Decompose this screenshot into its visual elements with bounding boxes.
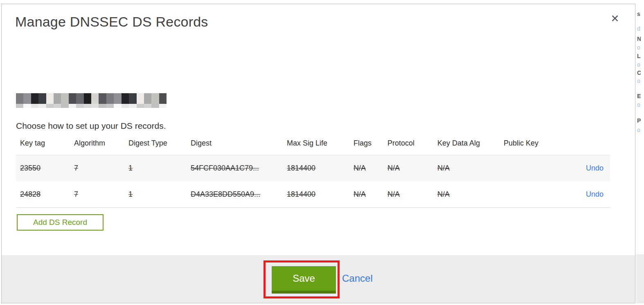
cell-key-tag: 23550 xyxy=(16,155,70,182)
redacted-pixel-block xyxy=(114,93,121,104)
cell-protocol: N/A xyxy=(383,155,433,182)
cell-flags: N/A xyxy=(349,182,383,208)
cell-digest: 54FCF030AA1C79... xyxy=(187,155,283,182)
redacted-pixel-block xyxy=(23,93,31,104)
cell-algorithm: 7 xyxy=(70,182,124,208)
col-header-max-sig-life: Max Sig Life xyxy=(283,139,349,155)
cell-max-sig-life: 1814400 xyxy=(283,182,349,208)
redacted-pixel-block xyxy=(144,104,151,108)
cell-algorithm: 7 xyxy=(70,155,124,182)
ds-records-table: Key tag Algorithm Digest Type Digest Max… xyxy=(16,139,610,208)
cell-digest-type: 1 xyxy=(124,155,187,182)
cell-flags: N/A xyxy=(349,155,383,182)
background-label-fragment: E xyxy=(637,93,641,99)
redacted-pixel-block xyxy=(122,104,129,108)
cell-public-key xyxy=(500,155,561,182)
redacted-pixel-block xyxy=(122,93,129,104)
col-header-public-key: Public Key xyxy=(500,139,561,155)
redacted-pixel-block xyxy=(91,93,99,104)
redacted-pixel-block xyxy=(106,93,114,104)
redacted-pixel-block xyxy=(23,104,31,108)
redacted-pixel-block xyxy=(61,93,68,104)
background-label-fragment: P xyxy=(637,117,641,124)
cell-key-data-alg: N/A xyxy=(433,155,500,182)
redacted-pixel-block xyxy=(16,93,23,104)
redacted-pixel-block xyxy=(46,104,54,108)
redacted-pixel-block xyxy=(114,104,121,108)
redacted-pixel-block xyxy=(137,104,144,108)
redacted-pixel-block xyxy=(69,104,76,108)
save-button[interactable]: Save xyxy=(272,266,336,294)
col-header-protocol: Protocol xyxy=(383,139,433,155)
redacted-pixel-block xyxy=(159,93,167,104)
close-icon[interactable]: ✕ xyxy=(608,11,622,25)
setup-instruction-text: Choose how to set up your DS records. xyxy=(16,121,166,131)
undo-link[interactable]: Undo xyxy=(586,190,603,198)
col-header-digest-type: Digest Type xyxy=(124,139,187,155)
col-header-digest: Digest xyxy=(187,139,283,155)
redacted-pixel-block xyxy=(69,93,76,104)
redacted-pixel-block xyxy=(129,93,136,104)
redacted-pixel-block xyxy=(106,104,114,108)
col-header-algorithm: Algorithm xyxy=(70,139,124,155)
background-label-fragment: C xyxy=(637,70,641,76)
redacted-pixel-block xyxy=(54,93,61,104)
redacted-pixel-block xyxy=(151,93,159,104)
background-page-sliver: sdNoLoCoEoPo xyxy=(636,0,644,305)
redacted-pixel-block xyxy=(76,104,83,108)
background-link-fragment: o xyxy=(637,61,641,68)
table-row: 24828 7 1 D4A33E8DD550A9... 1814400 N/A … xyxy=(16,182,610,208)
table-row: 23550 7 1 54FCF030AA1C79... 1814400 N/A … xyxy=(16,155,610,182)
redacted-pixel-block xyxy=(84,93,91,104)
redacted-pixel-block xyxy=(99,93,106,104)
col-header-key-data-alg: Key Data Alg xyxy=(433,139,500,155)
redacted-pixel-block xyxy=(76,93,83,104)
dnssec-ds-records-dialog: Manage DNSSEC DS Records ✕ Choose how to… xyxy=(1,4,635,303)
redacted-pixel-block xyxy=(31,104,38,108)
undo-link[interactable]: Undo xyxy=(586,164,603,172)
background-label-fragment: N xyxy=(637,36,641,42)
redacted-pixel-block xyxy=(91,104,99,108)
background-label-fragment: L xyxy=(637,53,641,59)
cell-max-sig-life: 1814400 xyxy=(283,155,349,182)
cell-digest-type: 1 xyxy=(124,182,187,208)
redacted-pixel-block xyxy=(61,104,68,108)
cell-key-tag: 24828 xyxy=(16,182,70,208)
redacted-pixel-block xyxy=(46,93,54,104)
redacted-pixel-block xyxy=(16,104,23,108)
redacted-pixel-block xyxy=(54,104,61,108)
page-title: Manage DNSSEC DS Records xyxy=(15,14,208,30)
background-link-fragment: o xyxy=(637,127,641,133)
redacted-pixel-block xyxy=(137,93,144,104)
dialog-footer: Save Cancel xyxy=(2,255,635,303)
redacted-pixel-block xyxy=(144,93,151,104)
col-header-flags: Flags xyxy=(349,139,383,155)
background-page-footer-sliver xyxy=(636,254,644,303)
redacted-pixel-block xyxy=(129,104,136,108)
cell-key-data-alg: N/A xyxy=(433,182,500,208)
background-link-fragment: o xyxy=(637,44,641,51)
redacted-pixel-block xyxy=(84,104,91,108)
redacted-pixel-block xyxy=(38,93,46,104)
redacted-domain-name xyxy=(16,93,167,108)
add-ds-record-button[interactable]: Add DS Record xyxy=(17,214,104,231)
background-label-fragment: s xyxy=(637,11,641,17)
col-header-key-tag: Key tag xyxy=(16,139,70,155)
cell-public-key xyxy=(500,182,561,208)
cancel-link[interactable]: Cancel xyxy=(342,273,373,284)
cell-digest: D4A33E8DD550A9... xyxy=(187,182,283,208)
background-link-fragment: o xyxy=(637,101,641,108)
background-link-fragment: d xyxy=(637,25,641,32)
redacted-pixel-block xyxy=(38,104,46,108)
redacted-pixel-block xyxy=(31,93,38,104)
background-link-fragment: o xyxy=(637,78,641,84)
redacted-pixel-block xyxy=(99,104,106,108)
redacted-pixel-block xyxy=(159,104,167,108)
red-highlight-annotation: Save xyxy=(263,260,340,298)
redacted-pixel-row xyxy=(16,93,167,104)
redacted-pixel-row-shadow xyxy=(16,104,167,108)
redacted-pixel-block xyxy=(151,104,159,108)
table-header-row: Key tag Algorithm Digest Type Digest Max… xyxy=(16,139,610,155)
cell-protocol: N/A xyxy=(383,182,433,208)
col-header-actions xyxy=(561,139,610,155)
